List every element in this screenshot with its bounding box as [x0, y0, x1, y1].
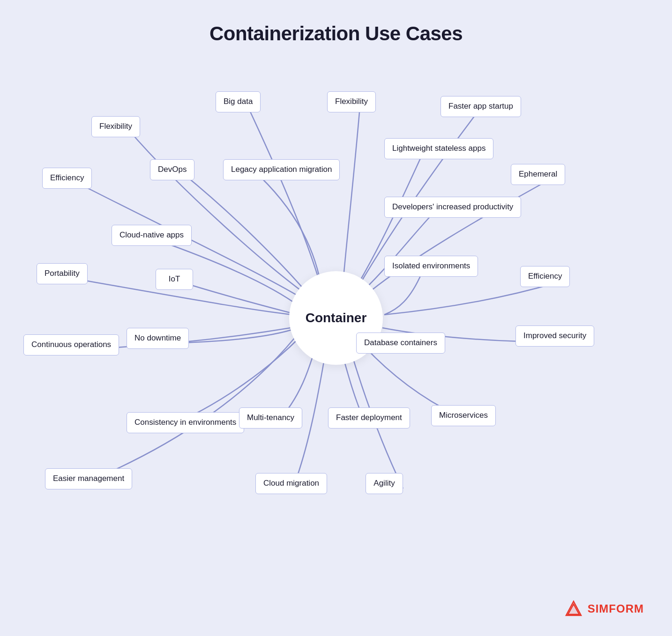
node-lightweight: Lightweight stateless apps — [384, 138, 493, 159]
node-faster_dep: Faster deployment — [328, 407, 410, 429]
node-portability: Portability — [37, 263, 88, 284]
node-consistency: Consistency in environments — [127, 412, 244, 433]
node-dev_productivity: Developers' increased productivity — [384, 197, 521, 218]
page: Containerization Use Cases — [0, 0, 672, 636]
node-cloud_mig: Cloud migration — [255, 473, 327, 494]
node-flexibility_tr: Flexibility — [327, 91, 376, 112]
node-devops: DevOps — [150, 159, 194, 180]
node-legacy: Legacy application migration — [223, 159, 340, 180]
node-faster_app: Faster app startup — [441, 96, 521, 117]
node-flexibility_tl: Flexibility — [91, 116, 140, 137]
node-efficiency_r: Efficiency — [520, 266, 570, 287]
node-microservices: Microservices — [431, 405, 496, 426]
logo: SIMFORM — [564, 599, 644, 618]
node-big_data: Big data — [216, 91, 261, 112]
node-easier_mgmt: Easier management — [45, 468, 132, 489]
node-cloud_native: Cloud-native apps — [112, 225, 192, 246]
simform-logo-icon — [564, 599, 583, 618]
node-iot: IoT — [156, 269, 193, 290]
node-improved_sec: Improved security — [515, 325, 594, 347]
page-title: Containerization Use Cases — [0, 0, 672, 45]
node-multi_tenancy: Multi-tenancy — [239, 407, 302, 429]
node-cont_ops: Continuous operations — [23, 334, 119, 355]
logo-text: SIMFORM — [588, 602, 644, 615]
node-efficiency_l: Efficiency — [42, 168, 92, 189]
node-database: Database containers — [356, 333, 445, 354]
node-isolated: Isolated environments — [384, 256, 478, 277]
node-agility: Agility — [366, 473, 403, 494]
node-no_downtime: No downtime — [127, 328, 189, 349]
node-ephemeral: Ephemeral — [511, 164, 565, 185]
